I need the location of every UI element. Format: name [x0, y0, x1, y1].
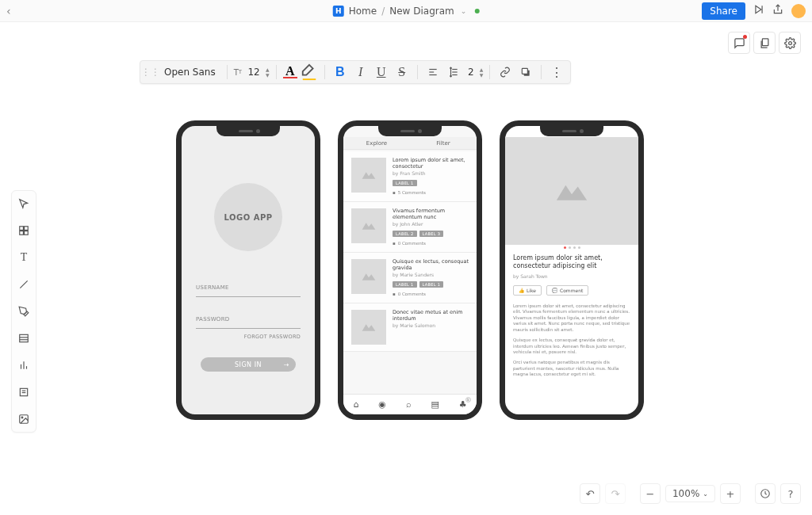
svg-marker-32 [362, 274, 376, 280]
mockup-feed-screen[interactable]: Explore Filter Lorem ipsum dolor sit ame… [338, 120, 482, 420]
thumbnail-placeholder [351, 310, 386, 345]
zoom-in-button[interactable]: + [720, 483, 741, 504]
help-button[interactable]: ? [780, 483, 801, 504]
feed-item: Donec vitae metus at enim interdum by Ma… [343, 303, 477, 352]
redo-button[interactable]: ↷ [605, 483, 626, 504]
history-button[interactable] [755, 483, 776, 504]
feed-item-comments: 0 Comments [393, 241, 469, 246]
phone-notch-icon [216, 125, 280, 136]
logo-placeholder: LOGO APP [214, 183, 282, 251]
svg-marker-33 [362, 325, 376, 331]
thumbnail-placeholder [351, 259, 386, 294]
tabbar-home-icon: ⌂ [353, 399, 358, 410]
label-chip: LABEL 2 [393, 231, 417, 237]
mockup-detail-screen[interactable]: Lorem ipsum dolor sit amet, consectetur … [500, 120, 644, 420]
tabbar-search-icon: ⌕ [406, 399, 412, 410]
zoom-select[interactable]: 100%⌄ [665, 485, 715, 502]
feed-item-author: by Marie Sanders [393, 272, 469, 277]
hero-image-placeholder [505, 137, 638, 245]
comment-button-mock: 💬 Comment [546, 285, 588, 296]
mockup-login-screen[interactable]: LOGO APP USERNAME PASSWORD FORGOT PASSWO… [176, 120, 320, 420]
label-chip: LABEL 1 [419, 281, 444, 288]
label-chip: LABEL 1 [393, 281, 417, 288]
feed-item: Quisque ex lectus, consequat gravida by … [343, 253, 477, 303]
feed-item-title: Donec vitae metus at enim interdum [393, 310, 469, 322]
tabbar-chat-icon: ▤ [431, 399, 439, 410]
svg-marker-34 [557, 185, 587, 200]
article-title: Lorem ipsum dolor sit amet, consectetur … [513, 254, 630, 270]
tab-explore: Explore [343, 137, 410, 149]
label-chip: LABEL 1 [393, 180, 417, 186]
feed-item-title: Vivamus fermentum elementum nunc [393, 208, 469, 220]
article-paragraph: Quisque ex lectus, consequat gravida dol… [513, 338, 630, 355]
feed-item: Vivamus fermentum elementum nunc by John… [343, 202, 477, 253]
phone-notch-icon [540, 125, 603, 136]
feed-item-author: by Fran Smith [393, 170, 469, 176]
signin-button-mock: SIGN IN [201, 357, 296, 372]
feed-item: Lorem ipsum dolor sit amet, consectetur … [343, 151, 477, 202]
tab-filter: Filter [410, 137, 477, 149]
zoom-out-button[interactable]: − [640, 483, 661, 504]
thumbnail-placeholder [351, 158, 386, 193]
username-label: USERNAME [196, 284, 301, 291]
svg-marker-31 [362, 223, 376, 230]
article-author: by Sarah Town [513, 273, 630, 279]
label-chip: LABEL 3 [419, 231, 444, 237]
like-button-mock: 👍 Like [513, 285, 542, 296]
page-indicator [505, 246, 638, 249]
feed-item-title: Lorem ipsum dolor sit amet, consectetur [393, 158, 469, 170]
feed-item-comments: 0 Comments [393, 292, 469, 296]
feed-item-author: by Marie Salomon [393, 322, 469, 328]
forgot-password-link: FORGOT PASSWORD [196, 334, 301, 340]
article-paragraph: Orci varius natoque penatibus et magnis … [513, 360, 630, 377]
thumbnail-placeholder [351, 208, 386, 243]
tabbar-notifications-icon: ♣1 [459, 399, 467, 410]
svg-marker-30 [362, 173, 376, 179]
tabbar-explore-icon: ◉ [378, 399, 386, 410]
feed-item-comments: 5 Comments [393, 190, 469, 195]
password-label: PASSWORD [196, 316, 301, 322]
feed-item-title: Quisque ex lectus, consequat gravida [393, 259, 469, 271]
undo-button[interactable]: ↶ [580, 483, 600, 504]
feed-item-author: by John Atler [393, 221, 469, 227]
article-paragraph: Lorem ipsum dolor sit amet, consectetur … [513, 303, 630, 333]
phone-notch-icon [378, 125, 442, 136]
